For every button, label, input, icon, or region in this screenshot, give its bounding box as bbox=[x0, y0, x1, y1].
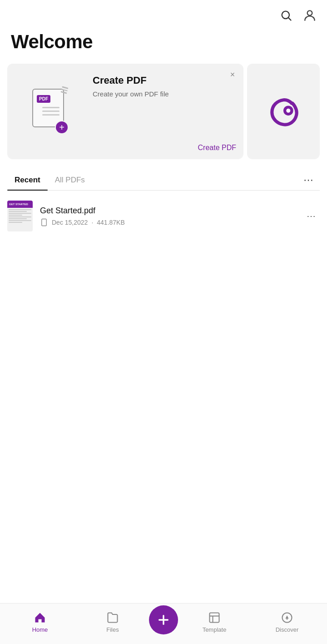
file-name: Get Started.pdf bbox=[40, 206, 296, 216]
tabs-header: Recent All PDFs ⋯ bbox=[7, 170, 320, 191]
file-thumbnail: GET STARTED bbox=[7, 201, 33, 231]
discover-icon bbox=[280, 611, 294, 624]
card-content: × Create PDF Create your own PDF file Cr… bbox=[89, 64, 243, 159]
home-icon bbox=[33, 611, 47, 624]
spark-line-1 bbox=[62, 86, 68, 89]
search-button[interactable] bbox=[278, 7, 294, 24]
create-pdf-button[interactable]: Create PDF bbox=[93, 140, 236, 152]
add-icon bbox=[156, 613, 171, 627]
pdf-line-2 bbox=[42, 111, 59, 112]
file-dot: · bbox=[91, 219, 93, 226]
file-info: Get Started.pdf Dec 15,2022 · 441.87KB bbox=[40, 206, 296, 226]
file-meta: Dec 15,2022 · 441.87KB bbox=[40, 218, 296, 226]
svg-point-5 bbox=[286, 109, 290, 113]
tab-all-pdfs[interactable]: All PDFs bbox=[48, 170, 92, 190]
cards-row: PDF + × Create PD bbox=[0, 64, 327, 159]
create-pdf-card: PDF + × Create PD bbox=[7, 64, 243, 159]
thumb-body bbox=[7, 208, 33, 231]
svg-point-2 bbox=[307, 10, 312, 15]
person-icon bbox=[302, 8, 317, 23]
file-date: Dec 15,2022 bbox=[52, 219, 88, 226]
nav-item-files[interactable]: Files bbox=[76, 607, 149, 637]
nav-label-template: Template bbox=[203, 626, 227, 633]
svg-point-0 bbox=[282, 11, 289, 19]
card-title: Create PDF bbox=[93, 75, 236, 86]
nav-add-button[interactable] bbox=[149, 605, 178, 634]
pdf-badge: PDF bbox=[37, 95, 50, 103]
tabs-more-button[interactable]: ⋯ bbox=[298, 171, 320, 190]
svg-line-1 bbox=[288, 18, 291, 20]
pdf-line-3 bbox=[42, 114, 59, 116]
tabs-section: Recent All PDFs ⋯ bbox=[0, 159, 327, 191]
table-row[interactable]: GET STARTED Get Started.pdf De bbox=[7, 194, 320, 238]
bottom-nav: Home Files Template bbox=[0, 603, 327, 644]
search-icon bbox=[280, 9, 292, 22]
nav-item-discover[interactable]: Discover bbox=[251, 607, 323, 637]
pdf-plus-icon: + bbox=[55, 121, 69, 134]
device-icon bbox=[40, 218, 48, 226]
nav-label-discover: Discover bbox=[276, 626, 299, 633]
card-close-button[interactable]: × bbox=[227, 69, 238, 80]
nav-item-template[interactable]: Template bbox=[178, 607, 251, 637]
template-icon bbox=[208, 611, 221, 624]
files-icon bbox=[106, 611, 119, 624]
header bbox=[0, 0, 327, 27]
svg-marker-14 bbox=[286, 615, 289, 619]
nav-label-home: Home bbox=[32, 626, 48, 633]
brand-logo-icon bbox=[263, 91, 304, 132]
pdf-icon: PDF + bbox=[28, 89, 69, 134]
file-more-button[interactable]: ⋯ bbox=[303, 207, 320, 225]
svg-rect-6 bbox=[42, 219, 47, 226]
svg-rect-10 bbox=[210, 613, 219, 623]
page-title: Welcome bbox=[11, 31, 316, 53]
card-illustration: PDF + bbox=[7, 64, 89, 159]
nav-item-home[interactable]: Home bbox=[4, 607, 76, 637]
card-description: Create your own PDF file bbox=[93, 90, 236, 98]
profile-button[interactable] bbox=[302, 7, 318, 24]
file-list: GET STARTED Get Started.pdf De bbox=[0, 191, 327, 241]
pdf-lines bbox=[42, 107, 59, 116]
pdf-line-1 bbox=[42, 107, 59, 108]
nav-label-files: Files bbox=[106, 626, 119, 633]
brand-card bbox=[247, 64, 320, 159]
file-size: 441.87KB bbox=[97, 219, 125, 226]
tab-recent[interactable]: Recent bbox=[7, 170, 48, 190]
welcome-section: Welcome bbox=[0, 27, 327, 64]
thumb-header: GET STARTED bbox=[7, 201, 33, 208]
